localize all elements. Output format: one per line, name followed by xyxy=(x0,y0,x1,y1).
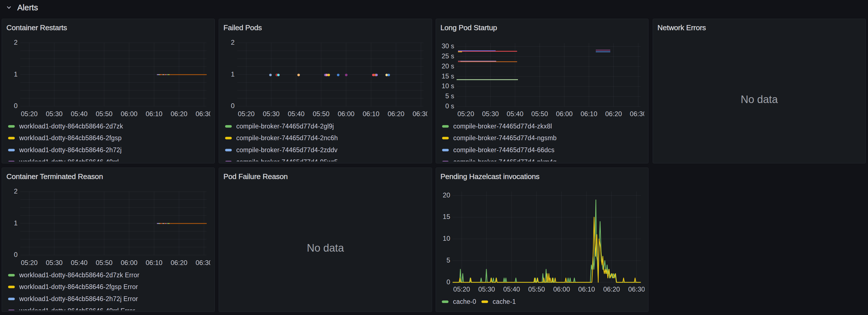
svg-text:15: 15 xyxy=(443,213,450,220)
svg-text:5: 5 xyxy=(446,256,450,264)
svg-text:0: 0 xyxy=(446,278,450,286)
svg-text:1: 1 xyxy=(14,70,18,78)
svg-text:10: 10 xyxy=(443,235,450,242)
svg-text:06:20: 06:20 xyxy=(171,259,187,266)
svg-text:05:30: 05:30 xyxy=(263,110,279,118)
svg-text:06:10: 06:10 xyxy=(146,110,162,118)
svg-text:05:30: 05:30 xyxy=(46,110,62,118)
svg-text:5 s: 5 s xyxy=(445,92,454,100)
svg-text:05:40: 05:40 xyxy=(71,110,88,118)
svg-text:05:30: 05:30 xyxy=(482,110,499,118)
svg-text:05:50: 05:50 xyxy=(531,110,548,118)
svg-text:06:30: 06:30 xyxy=(195,259,210,266)
svg-text:06:10: 06:10 xyxy=(146,259,162,266)
svg-text:06:20: 06:20 xyxy=(603,285,620,293)
svg-text:05:20: 05:20 xyxy=(21,110,38,118)
svg-text:06:00: 06:00 xyxy=(556,110,572,118)
svg-text:05:40: 05:40 xyxy=(71,259,88,266)
svg-text:05:20: 05:20 xyxy=(458,110,474,118)
svg-text:1: 1 xyxy=(14,219,18,227)
svg-text:0: 0 xyxy=(14,251,18,258)
svg-text:20: 20 xyxy=(443,191,450,199)
svg-text:05:40: 05:40 xyxy=(503,285,520,293)
svg-text:06:30: 06:30 xyxy=(628,285,645,293)
svg-text:15 s: 15 s xyxy=(441,72,454,80)
svg-text:06:00: 06:00 xyxy=(553,285,570,293)
svg-text:06:30: 06:30 xyxy=(195,110,210,118)
svg-text:06:10: 06:10 xyxy=(581,110,597,118)
svg-text:05:50: 05:50 xyxy=(96,110,113,118)
svg-text:05:50: 05:50 xyxy=(313,110,330,118)
svg-text:25 s: 25 s xyxy=(441,52,454,60)
svg-text:06:20: 06:20 xyxy=(388,110,404,118)
svg-text:10 s: 10 s xyxy=(441,82,454,90)
svg-text:05:40: 05:40 xyxy=(288,110,305,118)
svg-text:05:50: 05:50 xyxy=(528,285,545,293)
svg-text:05:30: 05:30 xyxy=(478,285,495,293)
svg-text:06:20: 06:20 xyxy=(171,110,187,118)
svg-text:06:10: 06:10 xyxy=(363,110,379,118)
svg-text:06:00: 06:00 xyxy=(338,110,354,118)
svg-text:0: 0 xyxy=(231,102,235,110)
svg-text:1: 1 xyxy=(231,70,235,78)
svg-text:20 s: 20 s xyxy=(441,62,454,70)
svg-text:05:30: 05:30 xyxy=(46,259,62,266)
svg-text:06:00: 06:00 xyxy=(121,110,137,118)
svg-text:06:30: 06:30 xyxy=(412,110,427,118)
svg-text:2: 2 xyxy=(231,38,235,46)
svg-text:0 s: 0 s xyxy=(445,102,454,110)
svg-text:05:50: 05:50 xyxy=(96,259,113,266)
svg-text:05:20: 05:20 xyxy=(238,110,255,118)
svg-text:06:10: 06:10 xyxy=(578,285,595,293)
svg-text:06:30: 06:30 xyxy=(630,110,644,118)
svg-text:06:00: 06:00 xyxy=(121,259,137,266)
svg-text:05:40: 05:40 xyxy=(507,110,524,118)
svg-text:2: 2 xyxy=(14,38,18,46)
svg-text:30 s: 30 s xyxy=(441,42,454,50)
svg-text:0: 0 xyxy=(14,102,18,110)
svg-text:2: 2 xyxy=(14,188,18,195)
svg-text:06:20: 06:20 xyxy=(605,110,622,118)
svg-text:05:20: 05:20 xyxy=(453,285,470,293)
svg-text:05:20: 05:20 xyxy=(21,259,38,266)
